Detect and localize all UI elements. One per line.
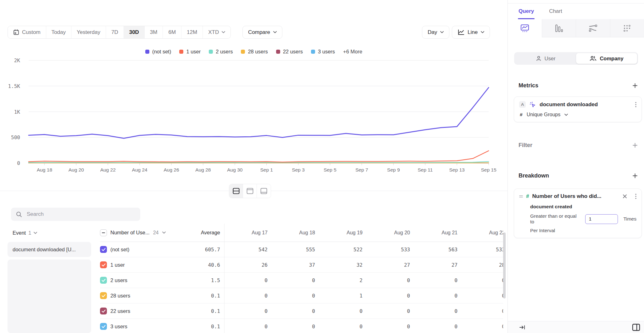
range-3m-button[interactable]: 3M: [145, 26, 163, 38]
average-value: 0.1: [179, 293, 220, 299]
table-view-button[interactable]: [257, 184, 271, 198]
chevron-down-icon: [162, 232, 166, 234]
date-column-header[interactable]: Aug 20: [363, 230, 410, 236]
average-column-header[interactable]: Average: [179, 230, 220, 236]
cell-value: 533: [458, 247, 503, 253]
series-label: 3 users: [110, 324, 127, 330]
metric-column-label[interactable]: Number of Use...: [110, 230, 150, 236]
search-input[interactable]: [26, 211, 135, 218]
breakdown-event-name[interactable]: document created: [530, 204, 636, 210]
tab-chart[interactable]: Chart: [549, 3, 562, 19]
split-view-button[interactable]: [229, 184, 243, 198]
interval-button[interactable]: Day: [422, 26, 449, 39]
cell-value: 0: [315, 308, 363, 314]
table-row: 2 users1.5002000: [100, 273, 503, 288]
add-metric-button[interactable]: [632, 83, 638, 88]
aggregation-selector[interactable]: Unique Groups: [527, 112, 561, 117]
table-row: 1 user40.6263732272728: [100, 257, 503, 273]
event-header-label: Event: [13, 230, 26, 236]
range-today-button[interactable]: Today: [46, 26, 71, 38]
average-value: 0.1: [179, 308, 220, 314]
date-column-header[interactable]: Aug 19: [315, 230, 363, 236]
table-row: 22 users0.1000000: [100, 303, 503, 319]
scope-user-option[interactable]: User: [515, 53, 576, 64]
search-icon: [16, 211, 22, 217]
people-icon: [590, 56, 597, 61]
event-column-header[interactable]: Event 1: [13, 224, 37, 242]
series-checkbox[interactable]: [100, 246, 107, 253]
svg-text:Aug 30: Aug 30: [227, 167, 243, 172]
breakdown-menu-button[interactable]: [635, 194, 636, 199]
cell-value: 0: [458, 324, 503, 330]
date-column-header[interactable]: Aug 21: [410, 230, 458, 236]
series-checkbox[interactable]: [100, 277, 107, 284]
svg-text:Sep 15: Sep 15: [481, 167, 496, 172]
chart-type-bar-tab[interactable]: [542, 19, 576, 37]
add-filter-button[interactable]: [632, 143, 638, 148]
event-list-item[interactable]: document downloaded [U...: [8, 242, 91, 257]
cursor-spark-icon: [530, 101, 536, 108]
series-label: 1 user: [110, 262, 125, 268]
results-table: Number of Use... 24 Average Aug 17Aug 18…: [100, 224, 503, 333]
side-panel-layout-button[interactable]: [632, 324, 640, 331]
drag-handle-icon[interactable]: [519, 194, 523, 198]
chart-type-flow-tab[interactable]: [576, 19, 610, 37]
cell-value: 0: [268, 293, 315, 299]
metric-menu-button[interactable]: [635, 102, 636, 107]
chart-view-button[interactable]: [243, 184, 257, 198]
metric-card[interactable]: A document downloaded # Unique Groups: [514, 96, 642, 122]
series-checkbox[interactable]: [100, 323, 107, 330]
table-view-icon: [260, 188, 267, 194]
condition-value-input[interactable]: [585, 214, 618, 224]
chevron-down-icon: [34, 232, 37, 234]
date-column-header[interactable]: Aug 17: [220, 230, 268, 236]
breakdown-card[interactable]: # Number of Users who did... document cr…: [514, 188, 642, 238]
collapse-panel-button[interactable]: [519, 325, 525, 330]
metric-badge: A: [519, 101, 526, 108]
cell-value: 0: [220, 277, 268, 283]
series-checkbox[interactable]: [100, 292, 107, 299]
line-chart-icon: [520, 24, 529, 32]
breakdown-title: Number of Users who did...: [532, 193, 601, 199]
metric-name: document downloaded: [540, 101, 598, 108]
layout-toggle: [229, 184, 271, 198]
chevron-down-icon: [222, 31, 225, 33]
cell-value: 555: [268, 247, 315, 253]
add-breakdown-button[interactable]: [632, 173, 638, 178]
scope-company-option[interactable]: Company: [576, 53, 637, 64]
chart-type-line-tab[interactable]: [508, 19, 542, 37]
compare-button[interactable]: Compare: [242, 26, 282, 39]
table-column-divider: [224, 224, 225, 333]
svg-text:Sep 9: Sep 9: [387, 167, 400, 172]
plus-icon: [632, 83, 638, 88]
remove-breakdown-button[interactable]: [623, 194, 627, 199]
range-custom-button[interactable]: Custom: [8, 26, 46, 38]
query-panel: Query Chart: [508, 0, 644, 333]
range-yesterday-button[interactable]: Yesterday: [71, 26, 106, 38]
event-list-filler: [8, 259, 91, 333]
range-12m-button[interactable]: 12M: [181, 26, 203, 38]
chart-style-button[interactable]: Line: [452, 26, 490, 39]
tab-query[interactable]: Query: [519, 3, 534, 19]
range-xtd-button[interactable]: XTD: [203, 26, 230, 38]
svg-text:Aug 20: Aug 20: [69, 167, 84, 172]
filter-heading: Filter: [519, 142, 532, 149]
date-column-header[interactable]: Aug 18: [268, 230, 315, 236]
vertical-scrollbar[interactable]: [503, 232, 506, 298]
table-row: 3 users0.1000000: [100, 319, 503, 333]
series-checkbox[interactable]: [100, 261, 107, 268]
chart-view-icon: [247, 188, 253, 194]
date-column-header[interactable]: Aug 22: [458, 230, 503, 236]
series-label: 2 users: [110, 277, 127, 283]
cell-value: 0: [363, 308, 410, 314]
series-checkbox[interactable]: [100, 308, 107, 314]
chart-type-grid-tab[interactable]: [610, 19, 644, 37]
select-all-checkbox[interactable]: [100, 229, 107, 236]
range-30d-button[interactable]: 30D: [124, 26, 145, 38]
svg-text:Aug 18: Aug 18: [37, 167, 52, 172]
average-value: 40.6: [179, 262, 220, 268]
panel-footer: [508, 321, 644, 333]
range-6m-button[interactable]: 6M: [163, 26, 181, 38]
chevron-down-icon: [440, 31, 444, 33]
range-7d-button[interactable]: 7D: [106, 26, 124, 38]
